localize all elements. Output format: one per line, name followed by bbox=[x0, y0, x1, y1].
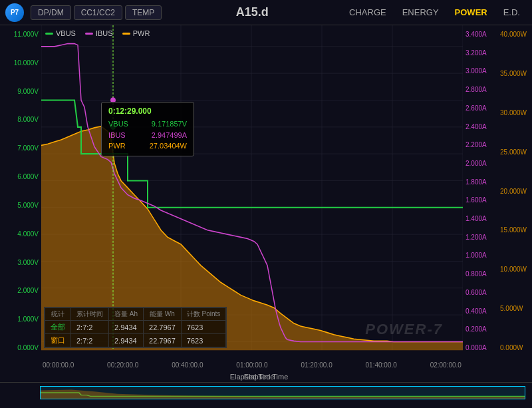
y-label-v-1: 1.000V bbox=[17, 315, 39, 323]
stats-col-points: 计数 Points bbox=[181, 308, 226, 321]
y-label-a-1.4: 1.400A bbox=[466, 215, 487, 222]
tooltip-time: 0:12:29.000 bbox=[108, 106, 187, 116]
y-label-a-2.4: 2.400A bbox=[466, 123, 487, 130]
tooltip-vbus-value: 9.171857V bbox=[152, 118, 187, 130]
y-label-a-1.6: 1.600A bbox=[466, 196, 487, 204]
y-label-a-1.2: 1.200A bbox=[466, 234, 487, 241]
y-label-v-9: 9.000V bbox=[17, 88, 39, 95]
y-label-v-10: 10.000V bbox=[14, 59, 39, 67]
x-axis-title: Elapsed Time bbox=[41, 373, 463, 381]
x-label-4: 01:20:00.0 bbox=[301, 361, 332, 369]
tab-dp-dm[interactable]: DP/DM bbox=[31, 5, 71, 20]
stats-win-points: 7623 bbox=[181, 334, 226, 347]
x-axis-labels: 00:00:00.0 00:20:00.0 00:40:00.0 01:00:0… bbox=[41, 361, 463, 369]
tooltip-ibus-row: IBUS 2.947499A bbox=[108, 130, 187, 141]
y-label-w-20: 20.000W bbox=[500, 188, 527, 195]
y-label-a-3.0: 3.000A bbox=[466, 67, 487, 75]
stats-all-capacity: 2.9434 bbox=[109, 321, 144, 334]
y-label-v-4: 4.000V bbox=[17, 230, 39, 238]
y-label-a-0.2: 0.200A bbox=[466, 325, 487, 333]
y-label-w-15: 15.000W bbox=[500, 226, 527, 234]
y-label-w-0: 0.000W bbox=[500, 344, 523, 351]
stats-row-window: 窗口 2:7:2 2.9434 22.7967 7623 bbox=[45, 334, 226, 347]
y-label-v-6: 6.000V bbox=[17, 173, 39, 180]
y-label-w-30: 30.000W bbox=[500, 109, 527, 116]
x-label-1: 00:20:00.0 bbox=[107, 361, 138, 369]
stats-col-capacity: 容量 Ah bbox=[109, 308, 144, 321]
y-label-v-7: 7.000V bbox=[17, 144, 39, 152]
tab-temp[interactable]: TEMP bbox=[125, 5, 162, 20]
stats-row-all: 全部 2:7:2 2.9434 22.7967 7623 bbox=[45, 321, 226, 334]
legend-vbus: VBUS bbox=[45, 29, 76, 37]
legend-ibus: IBUS bbox=[85, 29, 113, 37]
stats-all-energy: 22.7967 bbox=[144, 321, 182, 334]
stats-col-energy: 能量 Wh bbox=[144, 308, 182, 321]
stats-win-type: 窗口 bbox=[45, 334, 71, 347]
ibus-color-swatch bbox=[85, 33, 93, 35]
y-label-a-1.0: 1.000A bbox=[466, 252, 487, 259]
tooltip-vbus-label: VBUS bbox=[108, 118, 128, 130]
y-label-v-0: 0.000V bbox=[17, 344, 39, 351]
tab-ed[interactable]: E.D. bbox=[497, 5, 527, 19]
timeline-svg bbox=[41, 387, 525, 399]
y-label-w-40: 40.000W bbox=[500, 31, 527, 38]
top-nav: P7 DP/DM CC1/CC2 TEMP A15.d CHARGE ENERG… bbox=[0, 0, 532, 25]
timeline-window[interactable] bbox=[40, 386, 525, 399]
y-axis-current: 3.400A 3.200A 3.000A 2.800A 2.600A 2.400… bbox=[463, 25, 497, 371]
tab-cc1-cc2[interactable]: CC1/CC2 bbox=[74, 5, 122, 20]
watermark-text: POWER-7 bbox=[365, 321, 443, 338]
x-label-2: 00:40:00.0 bbox=[172, 361, 203, 369]
y-label-v-8: 8.000V bbox=[17, 116, 39, 123]
y-label-w-35: 35.000W bbox=[500, 70, 527, 77]
stats-all-time: 2:7:2 bbox=[71, 321, 109, 334]
y-label-v-2: 2.000V bbox=[17, 287, 39, 294]
tab-energy[interactable]: ENERGY bbox=[396, 5, 446, 19]
tooltip-ibus-value: 2.947499A bbox=[152, 130, 187, 141]
stats-win-time: 2:7:2 bbox=[71, 334, 109, 347]
stats-win-capacity: 2.9434 bbox=[109, 334, 144, 347]
y-label-v-11: 11.000V bbox=[14, 31, 39, 38]
x-label-3: 01:00:00.0 bbox=[236, 361, 267, 369]
y-label-a-1.8: 1.800A bbox=[466, 178, 487, 186]
stats-col-time: 累计时间 bbox=[71, 308, 109, 321]
timeline-bar[interactable]: 00:00:00 00:30:00 01:00:00 01:30:00 02:0… bbox=[0, 382, 532, 408]
stats-all-points: 7623 bbox=[181, 321, 226, 334]
y-label-a-3.2: 3.200A bbox=[466, 49, 487, 57]
y-label-a-0.6: 0.600A bbox=[466, 289, 487, 296]
chart-plot-area[interactable]: VBUS IBUS PWR bbox=[41, 25, 463, 371]
data-tooltip: 0:12:29.000 VBUS 9.171857V IBUS 2.947499… bbox=[101, 102, 194, 156]
tooltip-vbus-row: VBUS 9.171857V bbox=[108, 118, 187, 130]
tooltip-pwr-row: PWR 27.03404W bbox=[108, 140, 187, 152]
vbus-color-swatch bbox=[45, 33, 53, 35]
y-label-v-3: 3.000V bbox=[17, 259, 39, 266]
y-axis-power: 40.000W 35.000W 30.000W 25.000W 20.000W … bbox=[497, 25, 532, 371]
y-label-w-25: 25.000W bbox=[500, 148, 527, 156]
x-label-0: 00:00:00.0 bbox=[43, 361, 74, 369]
y-label-a-2.6: 2.600A bbox=[466, 104, 487, 112]
x-label-5: 01:40:00.0 bbox=[366, 361, 397, 369]
y-label-a-0.8: 0.800A bbox=[466, 270, 487, 278]
tab-charge[interactable]: CHARGE bbox=[342, 5, 393, 19]
stats-all-type: 全部 bbox=[45, 321, 71, 334]
x-label-6: 02:00:00.0 bbox=[430, 361, 462, 369]
chart-legend: VBUS IBUS PWR bbox=[45, 29, 150, 37]
y-label-w-10: 10.000W bbox=[500, 266, 527, 273]
tooltip-ibus-label: IBUS bbox=[108, 130, 126, 141]
tooltip-pwr-value: 27.03404W bbox=[150, 140, 187, 152]
y-label-a-2.2: 2.200A bbox=[466, 141, 487, 148]
stats-win-energy: 22.7967 bbox=[144, 334, 182, 347]
chart-title: A15.d bbox=[164, 5, 340, 19]
y-label-v-5: 5.000V bbox=[17, 202, 39, 209]
stats-col-type: 统计 bbox=[45, 308, 71, 321]
pwr-color-swatch bbox=[122, 33, 130, 35]
app-logo: P7 bbox=[5, 3, 24, 22]
chart-area: 11.000V 10.000V 9.000V 8.000V 7.000V 6.0… bbox=[0, 25, 532, 371]
stats-table: 统计 累计时间 容量 Ah 能量 Wh 计数 Points 全部 2:7:2 2… bbox=[44, 307, 227, 348]
y-label-w-5: 5.000W bbox=[500, 305, 523, 312]
legend-pwr: PWR bbox=[122, 29, 150, 37]
legend-vbus-label: VBUS bbox=[56, 29, 76, 37]
y-label-a-3.4: 3.400A bbox=[466, 31, 487, 38]
legend-pwr-label: PWR bbox=[133, 29, 150, 37]
tooltip-pwr-label: PWR bbox=[108, 140, 126, 152]
tab-power[interactable]: POWER bbox=[448, 5, 494, 19]
